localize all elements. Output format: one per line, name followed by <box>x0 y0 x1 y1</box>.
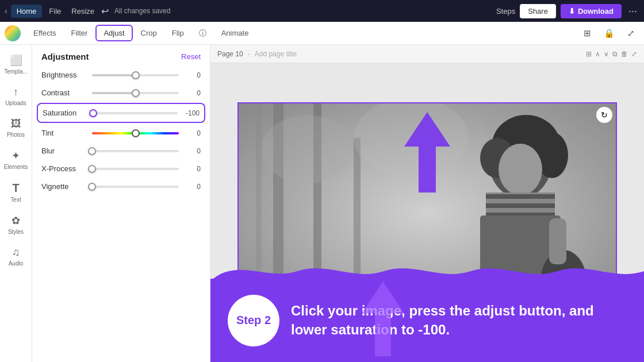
xprocess-slider[interactable] <box>92 168 179 170</box>
sidebar-templates-label: Templa... <box>4 68 28 75</box>
page-expand-icon[interactable]: ⤢ <box>631 50 637 58</box>
home-button[interactable]: Home <box>11 5 43 18</box>
grid-icon[interactable]: ⊞ <box>579 25 596 41</box>
page-number: Page 10 <box>217 50 243 58</box>
page-title-bar: Page 10 - Add page title ⊞ ∧ ∨ ⧉ 🗑 ⤢ <box>210 45 644 63</box>
canvas-area: Page 10 - Add page title ⊞ ∧ ∨ ⧉ 🗑 ⤢ <box>210 45 644 362</box>
tool-navigation: Effects Filter Adjust Crop Flip ⓘ Animat… <box>0 22 644 45</box>
share-button[interactable]: Share <box>520 4 556 18</box>
tint-value: 0 <box>183 129 201 137</box>
filter-button[interactable]: Filter <box>64 26 95 40</box>
contrast-label: Contrast <box>41 88 87 97</box>
sidebar-audio-label: Audio <box>9 260 24 267</box>
bottom-banner: Step 2 Click your image, press the adjus… <box>210 279 644 362</box>
step-description: Click your image, press the adjust butto… <box>291 302 627 339</box>
uploads-icon: ↑ <box>13 86 18 98</box>
svg-rect-15 <box>486 194 555 199</box>
wave-decoration <box>210 257 644 281</box>
vignette-label: Vignette <box>41 182 87 191</box>
sidebar-text-label: Text <box>10 197 21 203</box>
file-menu[interactable]: File <box>45 5 64 18</box>
sidebar-styles-label: Styles <box>8 229 24 235</box>
more-options-button[interactable]: ··· <box>626 5 639 17</box>
side-arrow <box>360 282 406 359</box>
page-title-input[interactable]: Add page title <box>255 50 297 58</box>
sidebar-uploads-label: Uploads <box>5 100 26 106</box>
sidebar-item-styles[interactable]: ✿ Styles <box>2 210 30 240</box>
tint-label: Tint <box>41 129 87 137</box>
sidebar-item-uploads[interactable]: ↑ Uploads <box>2 82 30 111</box>
page-delete-icon[interactable]: 🗑 <box>621 50 628 58</box>
steps-button[interactable]: Steps <box>496 7 515 16</box>
effects-button[interactable]: Effects <box>26 26 63 40</box>
tint-slider[interactable] <box>92 132 179 134</box>
main-layout: ⬜ Templa... ↑ Uploads 🖼 Photos ✦ Element… <box>0 45 644 362</box>
vignette-slider[interactable] <box>92 186 179 188</box>
page-down-icon[interactable]: ∨ <box>604 50 609 58</box>
page-up-icon[interactable]: ∧ <box>595 50 600 58</box>
crop-button[interactable]: Crop <box>134 26 164 40</box>
page-title-separator: - <box>248 50 250 58</box>
vignette-value: 0 <box>183 183 201 191</box>
contrast-value: 0 <box>183 89 201 97</box>
animate-button[interactable]: Animate <box>214 26 256 40</box>
tint-row: Tint 0 <box>32 124 210 142</box>
nav-right-group: Steps Share ⬇ Download ··· <box>496 4 639 18</box>
download-label: Download <box>578 7 614 16</box>
saturation-label: Saturation <box>43 109 89 117</box>
back-chevron[interactable]: ‹ <box>5 6 7 16</box>
canvas-refresh-button[interactable]: ↻ <box>596 107 612 123</box>
blur-slider[interactable] <box>92 150 179 152</box>
sidebar-item-elements[interactable]: ✦ Elements <box>2 145 30 175</box>
sidebar-item-text[interactable]: T Text <box>2 177 30 207</box>
brightness-slider[interactable] <box>92 74 179 76</box>
blur-row: Blur 0 <box>32 142 210 160</box>
download-button[interactable]: ⬇ Download <box>561 4 622 18</box>
sidebar-item-photos[interactable]: 🖼 Photos <box>2 113 30 143</box>
adjust-button[interactable]: Adjust <box>95 25 132 41</box>
fullscreen-icon[interactable]: ⤢ <box>623 25 639 41</box>
page-copy-icon[interactable]: ⧉ <box>612 50 618 58</box>
svg-marker-22 <box>404 112 450 192</box>
contrast-slider[interactable] <box>92 92 179 94</box>
sidebar-item-templates[interactable]: ⬜ Templa... <box>2 49 30 79</box>
xprocess-label: X-Process <box>41 164 87 173</box>
step-circle: Step 2 <box>228 295 279 346</box>
saved-status: All changes saved <box>114 7 170 15</box>
info-button[interactable]: ⓘ <box>192 25 213 41</box>
saturation-slider[interactable] <box>93 112 178 114</box>
sidebar-photos-label: Photos <box>7 132 25 138</box>
lock-icon[interactable]: 🔒 <box>599 25 619 41</box>
top-navigation: ‹ Home File Resize ↩ All changes saved S… <box>0 0 644 22</box>
audio-icon: ♫ <box>12 247 20 259</box>
brightness-label: Brightness <box>41 71 87 79</box>
adjustment-panel: Adjustment Reset Brightness 0 Contrast 0… <box>32 45 210 362</box>
undo-button[interactable]: ↩ <box>101 6 109 17</box>
download-icon: ⬇ <box>569 7 575 16</box>
svg-marker-23 <box>362 282 404 356</box>
contrast-row: Contrast 0 <box>32 84 210 102</box>
brightness-row: Brightness 0 <box>32 66 210 84</box>
styles-icon: ✿ <box>12 214 20 227</box>
sidebar-elements-label: Elements <box>4 164 28 170</box>
flip-button[interactable]: Flip <box>165 26 191 40</box>
page-add-icon[interactable]: ⊞ <box>586 50 592 58</box>
xprocess-value: 0 <box>183 165 201 173</box>
tool-right-group: ⊞ 🔒 ⤢ <box>579 25 639 41</box>
resize-menu[interactable]: Resize <box>68 5 98 18</box>
text-icon: T <box>12 182 19 195</box>
sidebar-left: ⬜ Templa... ↑ Uploads 🖼 Photos ✦ Element… <box>0 45 32 362</box>
svg-point-5 <box>262 115 354 184</box>
adj-panel-header: Adjustment Reset <box>32 45 210 66</box>
photos-icon: 🖼 <box>11 118 21 130</box>
templates-icon: ⬜ <box>10 54 22 67</box>
nav-left-group: ‹ Home File Resize ↩ All changes saved <box>5 5 170 18</box>
step-label: Step 2 <box>236 314 271 327</box>
blur-value: 0 <box>183 147 201 155</box>
canvas-arrow-up <box>404 112 450 195</box>
adj-reset-button[interactable]: Reset <box>181 52 201 61</box>
elements-icon: ✦ <box>12 149 20 162</box>
xprocess-row: X-Process 0 <box>32 160 210 178</box>
sidebar-item-audio[interactable]: ♫ Audio <box>2 242 30 271</box>
vignette-row: Vignette 0 <box>32 178 210 195</box>
